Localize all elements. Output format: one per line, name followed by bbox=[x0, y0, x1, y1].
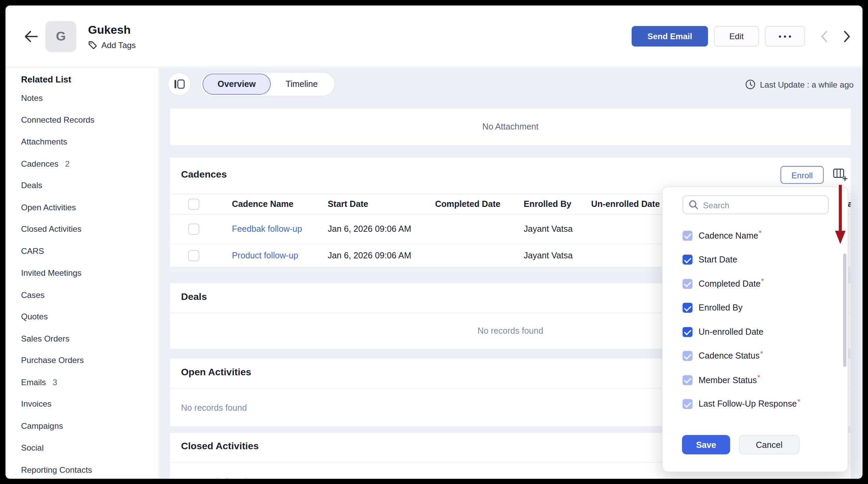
checkbox-checked-icon[interactable] bbox=[683, 255, 692, 264]
sidebar-item-notes[interactable]: Notes bbox=[5, 87, 158, 109]
back-button[interactable] bbox=[20, 25, 42, 47]
sidebar-item-social[interactable]: Social bbox=[5, 437, 158, 458]
contact-identity: Gukesh Add Tags bbox=[88, 23, 136, 49]
column-header[interactable]: Un-enrolled Date bbox=[591, 199, 660, 209]
chooser-actions: Save Cancel bbox=[682, 435, 799, 454]
column-option-cadence-status[interactable]: Cadence Status * bbox=[663, 344, 842, 368]
sidebar-item-reporting-contacts[interactable]: Reporting Contacts bbox=[5, 458, 158, 479]
cadence-link[interactable]: Feedbak follow-up bbox=[232, 224, 302, 234]
checkbox-checked-icon[interactable] bbox=[683, 375, 692, 385]
checkbox-checked-icon[interactable] bbox=[683, 399, 692, 409]
open-activities-title: Open Activities bbox=[181, 366, 251, 378]
search-input[interactable] bbox=[703, 200, 823, 210]
manage-columns-button[interactable] bbox=[832, 167, 849, 182]
checkbox-checked-icon[interactable] bbox=[683, 351, 692, 361]
column-option-cadence-name[interactable]: Cadence Name * bbox=[663, 224, 842, 248]
save-button[interactable]: Save bbox=[682, 435, 730, 454]
sidebar-item-open-activities[interactable]: Open Activities bbox=[5, 196, 158, 218]
no-records-text: No records found bbox=[478, 326, 543, 336]
more-actions-button[interactable] bbox=[765, 26, 805, 46]
clock-icon bbox=[745, 79, 755, 89]
start-date-cell: Jan 6, 2026 09:06 AM bbox=[328, 251, 411, 260]
column-option-last-follow-up-response[interactable]: Last Follow-Up Response * bbox=[663, 392, 842, 416]
collapse-view-button[interactable] bbox=[168, 73, 191, 96]
sidebar-item-cars[interactable]: CARS bbox=[5, 240, 158, 262]
column-option-start-date[interactable]: Start Date bbox=[663, 248, 842, 272]
sidebar-item-purchase-orders[interactable]: Purchase Orders bbox=[5, 349, 158, 371]
search-icon bbox=[689, 200, 699, 210]
enrolled-by-cell: Jayant Vatsa bbox=[524, 224, 573, 234]
checkbox-checked-icon[interactable] bbox=[683, 303, 692, 313]
tab-overview[interactable]: Overview bbox=[203, 74, 271, 95]
scrollbar-thumb[interactable] bbox=[843, 254, 847, 367]
page-title: Gukesh bbox=[88, 23, 136, 36]
no-records-text: No records found bbox=[181, 477, 247, 479]
column-options-list: Cadence Name * Start Date Completed Date… bbox=[663, 224, 842, 416]
send-email-button[interactable]: Send Email bbox=[632, 26, 708, 46]
column-option-enrolled-by[interactable]: Enrolled By bbox=[663, 296, 842, 320]
column-header[interactable]: Enrolled By bbox=[524, 199, 571, 209]
cadence-link[interactable]: Product follow-up bbox=[232, 251, 298, 260]
checkbox-checked-icon[interactable] bbox=[683, 327, 692, 337]
chevron-left-icon bbox=[820, 30, 828, 43]
no-records-text: No records found bbox=[181, 403, 247, 413]
enroll-button[interactable]: Enroll bbox=[780, 166, 824, 184]
sidebar-item-campaigns[interactable]: Campaigns bbox=[5, 415, 158, 437]
back-arrow-icon bbox=[23, 29, 40, 44]
crm-record-window: G Gukesh Add Tags Send Email Edit bbox=[5, 5, 862, 479]
sidebar-item-attachments[interactable]: Attachments bbox=[5, 131, 158, 152]
column-header[interactable]: Completed Date bbox=[435, 199, 500, 209]
last-update: Last Update : a while ago bbox=[745, 79, 854, 89]
sidebar-item-quotes[interactable]: Quotes bbox=[5, 305, 158, 327]
column-option-completed-date[interactable]: Completed Date * bbox=[663, 272, 842, 296]
cancel-button[interactable]: Cancel bbox=[739, 435, 799, 454]
cadences-title: Cadences bbox=[181, 169, 227, 180]
edit-button[interactable]: Edit bbox=[714, 26, 759, 46]
row-checkbox[interactable] bbox=[188, 250, 199, 261]
sidebar-item-invited-meetings[interactable]: Invited Meetings bbox=[5, 262, 158, 284]
column-option-member-status[interactable]: Member Status * bbox=[663, 368, 842, 392]
required-asterisk: * bbox=[761, 277, 764, 285]
view-toolbar: Overview Timeline Last Update : a while … bbox=[168, 71, 854, 97]
ellipsis-icon bbox=[779, 35, 781, 37]
search-box[interactable] bbox=[683, 195, 829, 214]
select-all-checkbox[interactable] bbox=[188, 199, 199, 210]
panel-layout-icon bbox=[173, 78, 185, 90]
sidebar-item-deals[interactable]: Deals bbox=[5, 174, 158, 196]
column-header[interactable]: Start Date bbox=[328, 199, 368, 209]
tab-timeline[interactable]: Timeline bbox=[271, 74, 333, 95]
sidebar-item-emails[interactable]: Emails3 bbox=[5, 371, 158, 393]
chevron-right-icon bbox=[843, 30, 851, 43]
sidebar-item-sales-orders[interactable]: Sales Orders bbox=[5, 327, 158, 349]
closed-activities-title: Closed Activities bbox=[181, 440, 259, 452]
screenshot-frame: G Gukesh Add Tags Send Email Edit bbox=[0, 0, 868, 484]
sidebar-item-cases[interactable]: Cases bbox=[5, 284, 158, 305]
required-asterisk: * bbox=[797, 397, 800, 405]
required-asterisk: * bbox=[760, 349, 763, 357]
sidebar-item-invoices[interactable]: Invoices bbox=[5, 393, 158, 415]
no-attachment-text: No Attachment bbox=[482, 122, 538, 132]
column-header[interactable]: Cadence Name bbox=[232, 199, 293, 209]
previous-record-button[interactable] bbox=[816, 26, 833, 46]
view-tabs: Overview Timeline bbox=[200, 72, 335, 96]
sidebar-item-connected-records[interactable]: Connected Records bbox=[5, 109, 158, 131]
add-tags-label: Add Tags bbox=[101, 40, 136, 50]
enrolled-by-cell: Jayant Vatsa bbox=[524, 251, 573, 260]
table-add-column-icon bbox=[833, 167, 848, 182]
column-chooser-popup: Cadence Name * Start Date Completed Date… bbox=[662, 186, 848, 472]
attachments-section: No Attachment bbox=[170, 108, 851, 145]
checkbox-checked-icon[interactable] bbox=[683, 279, 692, 289]
checkbox-checked-icon[interactable] bbox=[683, 231, 692, 241]
count-badge: 3 bbox=[53, 377, 57, 387]
column-option-unenrolled-date[interactable]: Un-enrolled Date bbox=[663, 320, 842, 344]
tag-icon bbox=[88, 40, 98, 50]
header-actions: Send Email Edit bbox=[632, 26, 855, 46]
sidebar-item-closed-activities[interactable]: Closed Activities bbox=[5, 218, 158, 240]
sidebar-item-cadences[interactable]: Cadences2 bbox=[5, 152, 158, 174]
row-checkbox[interactable] bbox=[188, 224, 199, 235]
add-tags-button[interactable]: Add Tags bbox=[88, 40, 136, 50]
start-date-cell: Jan 6, 2026 09:06 AM bbox=[328, 224, 411, 234]
next-record-button[interactable] bbox=[839, 26, 855, 46]
record-header: G Gukesh Add Tags Send Email Edit bbox=[5, 5, 862, 67]
related-list-title: Related List bbox=[5, 73, 158, 87]
